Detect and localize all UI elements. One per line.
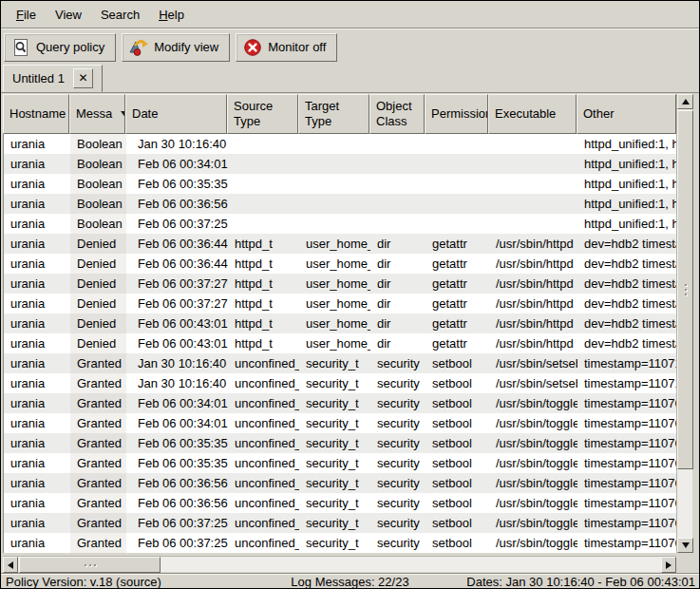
table-row[interactable]: uraniaDeniedFeb 06 00:36:44httpd_tuser_h… bbox=[4, 234, 676, 254]
column-header-source-type[interactable]: Source Type bbox=[227, 94, 298, 134]
dates-status: Dates: Jan 30 10:16:40 - Feb 06 00:43:01 bbox=[466, 575, 695, 589]
monitor-off-button[interactable]: Monitor off bbox=[236, 33, 337, 62]
cell-other: httpd_unified:1, h bbox=[577, 174, 676, 194]
cell-target-type: security_t bbox=[299, 433, 370, 453]
table-row[interactable]: uraniaGrantedFeb 06 00:36:56unconfined_s… bbox=[4, 493, 676, 513]
table-row[interactable]: uraniaDeniedFeb 06 00:37:27httpd_tuser_h… bbox=[4, 294, 676, 314]
cell-executable: /usr/sbin/httpd bbox=[489, 314, 577, 333]
scroll-left-button[interactable] bbox=[3, 557, 18, 573]
table-header: HostnameMessaDateSource TypeTarget TypeO… bbox=[3, 94, 676, 134]
cell-hostname: urania bbox=[4, 254, 70, 274]
menu-help[interactable]: Help bbox=[149, 2, 194, 28]
cell-target-type bbox=[299, 154, 370, 174]
cell-message: Boolean bbox=[70, 174, 126, 194]
table-row[interactable]: uraniaBooleanFeb 06 00:35:35httpd_unifie… bbox=[4, 174, 676, 194]
column-header-permission[interactable]: Permission bbox=[425, 94, 488, 134]
close-icon: ✕ bbox=[78, 71, 87, 85]
table-row[interactable]: uraniaGrantedJan 30 10:16:40unconfined_s… bbox=[4, 373, 676, 393]
cell-date: Feb 06 00:43:01 bbox=[126, 333, 228, 353]
vertical-scroll-thumb[interactable] bbox=[677, 110, 693, 469]
cell-hostname: urania bbox=[4, 513, 70, 533]
tab-close-button[interactable]: ✕ bbox=[73, 68, 93, 88]
table-row[interactable]: uraniaBooleanFeb 06 00:37:25httpd_unifie… bbox=[4, 214, 676, 234]
cell-other: timestamp=11076 bbox=[577, 453, 676, 473]
cell-executable: /usr/sbin/httpd bbox=[489, 254, 577, 274]
cell-other: dev=hdb2 timesta bbox=[577, 274, 676, 294]
cell-hostname: urania bbox=[4, 413, 70, 433]
table-row[interactable]: uraniaGrantedFeb 06 00:37:25unconfined_s… bbox=[4, 513, 676, 533]
cell-permission: setbool bbox=[426, 413, 489, 433]
cell-other: httpd_unified:1, h bbox=[577, 134, 676, 154]
cell-date: Feb 06 00:34:01 bbox=[126, 393, 228, 413]
table-row[interactable]: uraniaBooleanFeb 06 00:34:01httpd_unifie… bbox=[4, 154, 676, 174]
vertical-scrollbar[interactable] bbox=[676, 94, 692, 553]
cell-date: Feb 06 00:36:56 bbox=[126, 473, 228, 493]
cell-source-type: unconfined_ bbox=[228, 533, 299, 553]
cell-date: Feb 06 00:37:25 bbox=[126, 533, 228, 553]
table-row[interactable]: uraniaDeniedFeb 06 00:37:27httpd_tuser_h… bbox=[4, 274, 676, 294]
cell-permission: getattr bbox=[426, 274, 489, 294]
table-row[interactable]: uraniaGrantedFeb 06 00:35:35unconfined_s… bbox=[4, 453, 676, 473]
tab-untitled-1[interactable]: Untitled 1 ✕ bbox=[3, 65, 103, 92]
menu-view[interactable]: View bbox=[46, 2, 91, 28]
scroll-right-button[interactable] bbox=[661, 557, 676, 573]
cell-source-type bbox=[228, 134, 299, 154]
scroll-down-button[interactable] bbox=[677, 538, 693, 553]
table-row[interactable]: uraniaGrantedFeb 06 00:35:35unconfined_s… bbox=[4, 433, 676, 453]
cell-permission: setbool bbox=[426, 493, 489, 513]
cell-other: httpd_unified:1, h bbox=[577, 154, 676, 174]
arrow-left-icon bbox=[8, 561, 13, 569]
cell-target-type bbox=[299, 214, 370, 234]
tab-bar: Untitled 1 ✕ bbox=[1, 64, 699, 92]
menu-search[interactable]: Search bbox=[91, 2, 149, 28]
modify-view-button[interactable]: Modify view bbox=[122, 33, 230, 62]
query-policy-button[interactable]: Query policy bbox=[4, 33, 116, 62]
table-row[interactable]: uraniaBooleanFeb 06 00:36:56httpd_unifie… bbox=[4, 194, 676, 214]
cell-permission bbox=[426, 154, 489, 174]
cell-source-type: unconfined_ bbox=[228, 373, 299, 393]
cell-other: timestamp=11076 bbox=[577, 473, 676, 493]
cell-source-type bbox=[228, 214, 299, 234]
column-header-hostname[interactable]: Hostname bbox=[3, 94, 69, 134]
cell-target-type: security_t bbox=[299, 453, 370, 473]
table-row[interactable]: uraniaGrantedFeb 06 00:34:01unconfined_s… bbox=[4, 393, 676, 413]
table-row[interactable]: uraniaGrantedJan 30 10:16:40unconfined_s… bbox=[4, 353, 676, 373]
cell-source-type: unconfined_ bbox=[228, 353, 299, 373]
cell-other: timestamp=11076 bbox=[577, 493, 676, 513]
table-row[interactable]: uraniaDeniedFeb 06 00:43:01httpd_tuser_h… bbox=[4, 314, 676, 333]
table-row[interactable]: uraniaDeniedFeb 06 00:43:01httpd_tuser_h… bbox=[4, 333, 676, 353]
thumb-grip-icon bbox=[685, 284, 687, 295]
cell-other: dev=hdb2 timesta bbox=[577, 294, 676, 314]
cell-other: dev=hdb2 timesta bbox=[577, 333, 676, 353]
cell-executable: /usr/sbin/toggle bbox=[489, 513, 577, 533]
column-label: Other bbox=[583, 106, 615, 122]
horizontal-scrollbar[interactable] bbox=[3, 556, 676, 572]
table-row[interactable]: uraniaGrantedFeb 06 00:34:01unconfined_s… bbox=[4, 413, 676, 433]
scroll-up-button[interactable] bbox=[677, 94, 693, 109]
table-row[interactable]: uraniaGrantedFeb 06 00:37:25unconfined_s… bbox=[4, 533, 676, 553]
button-label: Monitor off bbox=[268, 40, 326, 54]
cell-message: Denied bbox=[70, 234, 126, 254]
table-row[interactable]: uraniaBooleanJan 30 10:16:40httpd_unifie… bbox=[4, 134, 676, 154]
column-header-other[interactable]: Other bbox=[577, 94, 676, 134]
column-header-executable[interactable]: Executable bbox=[488, 94, 577, 134]
cell-message: Denied bbox=[70, 274, 126, 294]
table-row[interactable]: uraniaGrantedFeb 06 00:36:56unconfined_s… bbox=[4, 473, 676, 493]
column-header-date[interactable]: Date bbox=[125, 94, 227, 134]
column-header-object-class[interactable]: Object Class bbox=[369, 94, 425, 134]
column-header-target-type[interactable]: Target Type bbox=[298, 94, 369, 134]
cell-target-type: security_t bbox=[299, 373, 370, 393]
cell-source-type: unconfined_ bbox=[228, 513, 299, 533]
cell-date: Feb 06 00:37:25 bbox=[126, 513, 228, 533]
cell-target-type: security_t bbox=[299, 353, 370, 373]
menu-file[interactable]: File bbox=[7, 2, 46, 28]
cell-hostname: urania bbox=[4, 294, 70, 314]
table-row[interactable]: uraniaDeniedFeb 06 00:36:44httpd_tuser_h… bbox=[4, 254, 676, 274]
column-label: Hostname bbox=[9, 106, 66, 122]
cell-hostname: urania bbox=[4, 154, 70, 174]
cell-message: Boolean bbox=[70, 194, 126, 214]
column-header-message[interactable]: Messa bbox=[69, 94, 125, 134]
cell-date: Feb 06 00:37:25 bbox=[126, 214, 228, 234]
horizontal-scroll-thumb[interactable] bbox=[19, 557, 161, 573]
cell-permission: setbool bbox=[426, 473, 489, 493]
